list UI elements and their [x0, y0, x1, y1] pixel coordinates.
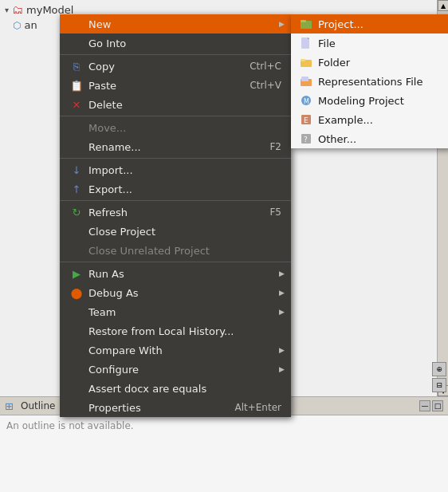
- submenu-item-project-label: Project...: [318, 18, 364, 30]
- close-unrelated-icon: [69, 243, 84, 258]
- submenu-item-example[interactable]: E Example...: [291, 110, 448, 129]
- menu-item-compare-label: Compare With: [88, 344, 281, 356]
- menu-item-close-unrelated: Close Unrelated Project: [60, 241, 291, 260]
- separator-1: [60, 54, 291, 55]
- svg-rect-5: [301, 59, 305, 61]
- submenu-item-modeling-project[interactable]: M Modeling Project: [291, 91, 448, 110]
- menu-item-paste-label: Paste: [88, 80, 234, 92]
- assert-icon: [69, 381, 84, 396]
- bottom-right-icons: ⊕ ⊟: [432, 362, 446, 392]
- menu-item-import[interactable]: ↓ Import...: [60, 160, 291, 179]
- submenu-item-example-label: Example...: [318, 114, 373, 126]
- copy-icon: ⎘: [69, 59, 84, 73]
- menu-item-go-into[interactable]: Go Into: [60, 33, 291, 53]
- menu-item-assert[interactable]: Assert docx are equals: [60, 379, 291, 398]
- menu-item-compare[interactable]: Compare With: [60, 340, 291, 360]
- scroll-up-btn[interactable]: ▲: [438, 0, 448, 11]
- menu-item-properties-label: Properties: [88, 402, 218, 414]
- tree-collapse-icon[interactable]: ▾: [5, 6, 9, 14]
- refresh-shortcut: F5: [269, 207, 281, 218]
- menu-item-paste[interactable]: 📋 Paste Ctrl+V: [60, 76, 291, 95]
- rename-icon: [69, 140, 84, 154]
- menu-item-team[interactable]: Team: [60, 302, 291, 321]
- submenu-item-modeling-label: Modeling Project: [318, 95, 404, 107]
- outline-title: Outline: [21, 400, 55, 411]
- copy-shortcut: Ctrl+C: [250, 61, 281, 72]
- svg-rect-2: [301, 37, 309, 49]
- outline-maximize-btn[interactable]: □: [432, 400, 443, 411]
- menu-item-assert-label: Assert docx are equals: [88, 383, 281, 395]
- menu-item-import-label: Import...: [88, 164, 281, 176]
- menu-item-rename[interactable]: Rename... F2: [60, 137, 291, 156]
- child-label: an: [24, 19, 37, 31]
- submenu-item-folder-label: Folder: [318, 57, 350, 69]
- menu-item-run-as-label: Run As: [88, 268, 281, 280]
- menu-item-new[interactable]: New: [60, 14, 291, 33]
- svg-rect-1: [301, 20, 306, 22]
- menu-item-close-unrelated-label: Close Unrelated Project: [88, 245, 281, 257]
- bottom-icon-2[interactable]: ⊟: [432, 378, 446, 392]
- import-icon: ↓: [69, 163, 84, 177]
- menu-item-close-project[interactable]: Close Project: [60, 222, 291, 241]
- configure-icon: [69, 362, 84, 376]
- submenu-item-other-label: Other...: [318, 133, 356, 145]
- submenu-other-icon: ?: [299, 132, 313, 146]
- refresh-icon: ↻: [69, 205, 84, 219]
- export-icon: ↑: [69, 182, 84, 196]
- close-project-icon: [69, 224, 84, 238]
- menu-item-export-label: Export...: [88, 183, 281, 195]
- svg-rect-7: [301, 77, 308, 81]
- menu-item-configure-label: Configure: [88, 364, 281, 376]
- separator-5: [60, 262, 291, 262]
- menu-item-rename-label: Rename...: [88, 141, 253, 153]
- menu-item-move: Move...: [60, 118, 291, 137]
- outline-content: An outline is not available.: [0, 415, 448, 436]
- menu-item-close-project-label: Close Project: [88, 226, 281, 238]
- menu-item-delete-label: Delete: [88, 99, 281, 111]
- outline-minimize-btn[interactable]: —: [419, 400, 430, 411]
- menu-item-export[interactable]: ↑ Export...: [60, 179, 291, 199]
- submenu-project-icon: [299, 17, 313, 31]
- submenu-item-project[interactable]: Project...: [291, 14, 448, 33]
- menu-item-new-label: New: [88, 18, 281, 30]
- child-icon: ⬡: [13, 20, 21, 31]
- menu-item-properties[interactable]: Properties Alt+Enter: [60, 398, 291, 417]
- bottom-icon-1[interactable]: ⊕: [432, 362, 446, 376]
- submenu-item-folder[interactable]: Folder: [291, 53, 448, 72]
- delete-icon: ✕: [69, 97, 84, 112]
- submenu-item-rep-label: Representations File: [318, 76, 422, 88]
- new-icon: [69, 17, 84, 31]
- submenu-item-rep-file[interactable]: Representations File: [291, 72, 448, 91]
- menu-item-debug-as[interactable]: ⬤ Debug As: [60, 283, 291, 302]
- project-icon: 🗂: [12, 3, 23, 16]
- menu-item-team-label: Team: [88, 306, 281, 318]
- svg-text:E: E: [304, 116, 308, 124]
- paste-icon: 📋: [69, 78, 84, 92]
- compare-icon: [69, 343, 84, 357]
- submenu-new: Project... File Folder Representations F…: [291, 14, 448, 148]
- menu-item-refresh[interactable]: ↻ Refresh F5: [60, 203, 291, 222]
- properties-icon: [69, 400, 84, 415]
- menu-item-debug-as-label: Debug As: [88, 287, 281, 299]
- submenu-file-icon: [299, 36, 313, 50]
- submenu-model-icon: M: [299, 93, 313, 108]
- menu-item-configure[interactable]: Configure: [60, 360, 291, 379]
- menu-item-run-as[interactable]: ▶ Run As: [60, 264, 291, 283]
- menu-item-copy[interactable]: ⎘ Copy Ctrl+C: [60, 57, 291, 76]
- team-icon: [69, 305, 84, 319]
- outline-icon: ⊞: [5, 400, 18, 412]
- go-into-icon: [69, 36, 84, 50]
- debug-icon: ⬤: [69, 285, 84, 300]
- menu-item-restore-label: Restore from Local History...: [88, 325, 281, 337]
- separator-3: [60, 158, 291, 159]
- menu-item-copy-label: Copy: [88, 61, 234, 73]
- submenu-item-other[interactable]: ? Other...: [291, 129, 448, 148]
- menu-item-refresh-label: Refresh: [88, 207, 253, 218]
- context-menu: New Go Into ⎘ Copy Ctrl+C 📋 Paste Ctrl+V…: [60, 14, 291, 417]
- submenu-item-file[interactable]: File: [291, 33, 448, 53]
- outline-controls: — □: [419, 400, 443, 411]
- menu-item-restore[interactable]: Restore from Local History...: [60, 321, 291, 340]
- rename-shortcut: F2: [269, 141, 281, 152]
- menu-item-delete[interactable]: ✕ Delete: [60, 95, 291, 114]
- menu-item-go-into-label: Go Into: [88, 37, 281, 49]
